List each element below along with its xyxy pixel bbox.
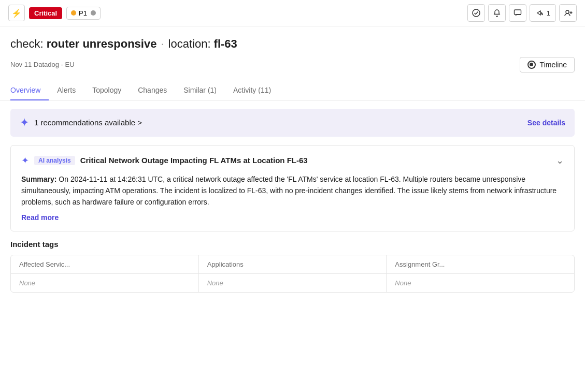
tab-similar[interactable]: Similar (1) bbox=[175, 81, 225, 100]
top-bar: ⚡ Critical P1 bbox=[0, 0, 585, 26]
tab-changes[interactable]: Changes bbox=[130, 81, 175, 100]
top-bar-left: ⚡ Critical P1 bbox=[8, 5, 101, 21]
ai-analysis-card: ✦ AI analysis Critical Network Outage Im… bbox=[10, 145, 575, 231]
ai-card-header-left: ✦ AI analysis Critical Network Outage Im… bbox=[21, 155, 308, 166]
top-bar-right: 1 bbox=[467, 4, 577, 22]
incident-tags-title: Incident tags bbox=[10, 240, 575, 249]
tags-value-affected: None bbox=[11, 274, 199, 292]
bell-icon bbox=[493, 9, 501, 17]
bell-button[interactable] bbox=[488, 4, 506, 22]
tags-value-applications: None bbox=[199, 274, 387, 292]
p1-status-dot bbox=[71, 10, 76, 16]
check-icon bbox=[472, 9, 480, 17]
main-content: ✦ 1 recommendations available > See deta… bbox=[0, 100, 585, 301]
tags-cell-affected-service: Affected Servic... bbox=[11, 255, 199, 273]
add-user-icon bbox=[564, 9, 573, 18]
add-user-button[interactable] bbox=[559, 4, 577, 22]
rec-left: ✦ 1 recommendations available > bbox=[20, 116, 142, 129]
rec-text: 1 recommendations available > bbox=[34, 118, 142, 127]
radio-icon bbox=[527, 61, 536, 69]
lightning-button[interactable]: ⚡ bbox=[8, 5, 25, 21]
p1-badge-button[interactable]: P1 bbox=[66, 7, 101, 20]
ai-summary: Summary: On 2024-11-11 at 14:26:31 UTC, … bbox=[21, 173, 564, 208]
tags-value-assignment-text: None bbox=[395, 279, 411, 287]
ai-sparkle-icon: ✦ bbox=[21, 155, 29, 166]
share-count: 1 bbox=[547, 9, 550, 17]
incident-source: Datadog - EU bbox=[34, 61, 75, 68]
timeline-label: Timeline bbox=[540, 61, 567, 69]
comment-button[interactable] bbox=[509, 4, 526, 22]
ai-summary-label: Summary: bbox=[21, 175, 56, 183]
svg-rect-1 bbox=[514, 10, 521, 14]
recommendations-banner: ✦ 1 recommendations available > See deta… bbox=[10, 109, 575, 137]
svg-point-2 bbox=[566, 10, 569, 13]
critical-badge: Critical bbox=[29, 7, 62, 19]
title-bold1: router unresponsive bbox=[47, 37, 157, 50]
incident-tags-section: Incident tags Affected Servic... Applica… bbox=[10, 240, 575, 293]
tags-value-affected-text: None bbox=[19, 279, 35, 287]
title-prefix: check: bbox=[10, 37, 47, 50]
tags-value-applications-text: None bbox=[207, 279, 223, 287]
tags-header-assignment: Assignment Gr... bbox=[395, 260, 445, 268]
tabs-row: Overview Alerts Topology Changes Similar… bbox=[0, 81, 585, 100]
svg-point-0 bbox=[473, 9, 480, 17]
tags-table-values-row: None None None bbox=[11, 274, 574, 292]
timeline-button[interactable]: Timeline bbox=[520, 57, 575, 72]
title-middle: location: bbox=[168, 37, 214, 50]
read-more-link[interactable]: Read more bbox=[21, 213, 564, 222]
share-icon bbox=[535, 9, 544, 17]
incident-meta: Nov 11 Datadog - EU bbox=[10, 61, 75, 68]
sparkle-icon: ✦ bbox=[20, 116, 29, 129]
title-area: check: router unresponsive·location: fl-… bbox=[0, 26, 585, 72]
tab-alerts[interactable]: Alerts bbox=[49, 81, 84, 100]
ai-card-title: Critical Network Outage Impacting FL ATM… bbox=[80, 156, 308, 165]
incident-tags-table: Affected Servic... Applications Assignme… bbox=[10, 255, 575, 293]
tab-topology[interactable]: Topology bbox=[84, 81, 130, 100]
tags-value-assignment: None bbox=[387, 274, 574, 292]
chevron-down-icon[interactable]: ⌄ bbox=[556, 155, 564, 166]
tags-header-applications: Applications bbox=[207, 260, 244, 268]
lightning-icon: ⚡ bbox=[11, 8, 22, 18]
tab-overview[interactable]: Overview bbox=[10, 81, 49, 100]
check-button[interactable] bbox=[467, 4, 485, 22]
ai-card-header: ✦ AI analysis Critical Network Outage Im… bbox=[21, 155, 564, 166]
comment-icon bbox=[513, 9, 522, 17]
tab-activity[interactable]: Activity (11) bbox=[225, 81, 279, 100]
see-details-link[interactable]: See details bbox=[527, 119, 565, 127]
tags-header-affected: Affected Servic... bbox=[19, 260, 70, 268]
share-button[interactable]: 1 bbox=[530, 4, 556, 22]
incident-date: Nov 11 bbox=[10, 61, 32, 68]
p1-dropdown-dot bbox=[91, 10, 96, 16]
radio-inner bbox=[530, 63, 533, 66]
p1-label: P1 bbox=[79, 9, 87, 17]
meta-row: Nov 11 Datadog - EU Timeline bbox=[10, 57, 575, 72]
incident-title: check: router unresponsive·location: fl-… bbox=[10, 37, 575, 52]
tags-cell-assignment: Assignment Gr... bbox=[387, 255, 574, 273]
ai-analysis-badge: AI analysis bbox=[34, 156, 75, 165]
title-bold2: fl-63 bbox=[214, 37, 237, 50]
tags-cell-applications: Applications bbox=[199, 255, 387, 273]
title-separator: · bbox=[161, 37, 164, 50]
tags-table-header-row: Affected Servic... Applications Assignme… bbox=[11, 255, 574, 274]
ai-summary-text: On 2024-11-11 at 14:26:31 UTC, a critica… bbox=[21, 175, 557, 207]
